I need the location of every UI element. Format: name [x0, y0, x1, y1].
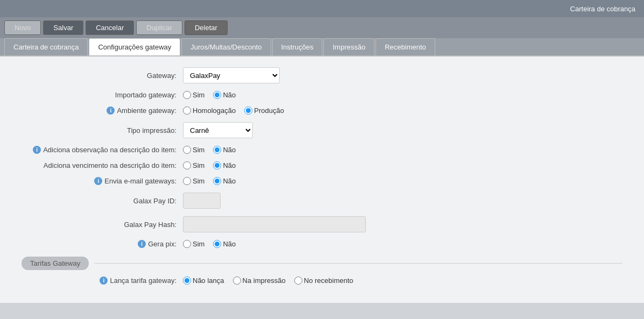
duplicar-button[interactable]: Duplicar: [136, 20, 182, 35]
ambiente-info-icon[interactable]: i: [107, 107, 115, 115]
adiciona-venc-nao-option: Não: [213, 161, 236, 169]
deletar-button[interactable]: Deletar: [185, 20, 228, 35]
galax-id-row: Galax Pay ID:: [22, 193, 622, 209]
novo-button[interactable]: Novo: [4, 20, 41, 35]
gera-pix-row: i Gera pix: Sim Não: [22, 240, 622, 248]
adiciona-obs-label: i Adiciona observação na descrição do it…: [22, 146, 183, 154]
ambiente-homologacao-label[interactable]: Homologação: [193, 107, 236, 115]
envia-email-nao-option: Não: [213, 177, 236, 185]
adiciona-venc-sim-radio[interactable]: [183, 161, 191, 169]
importado-nao-label[interactable]: Não: [223, 91, 236, 99]
gateway-select[interactable]: GalaxPay: [183, 67, 280, 83]
galax-hash-control: [183, 216, 366, 232]
nao-lanca-option: Não lança: [183, 277, 224, 285]
na-impressao-label[interactable]: Na impressão: [243, 277, 286, 285]
ambiente-homologacao-option: Homologação: [183, 107, 236, 115]
salvar-button[interactable]: Salvar: [43, 20, 83, 35]
envia-email-control: Sim Não: [183, 177, 238, 185]
tab-instrucoes[interactable]: Instruções: [272, 38, 323, 55]
tipo-impressao-row: Tipo impressão: Carnê: [22, 122, 622, 138]
lanca-tarifa-row: i Lança tarifa gateway: Não lança Na imp…: [22, 277, 622, 285]
gateway-label: Gateway:: [22, 72, 183, 80]
envia-email-row: i Envia e-mail gateways: Sim Não: [22, 177, 622, 185]
adiciona-obs-nao-option: Não: [213, 146, 236, 154]
importado-sim-option: Sim: [183, 91, 204, 99]
galax-id-control: [183, 193, 221, 209]
importado-control: Sim Não: [183, 91, 238, 99]
adiciona-venc-sim-label[interactable]: Sim: [193, 161, 204, 169]
importado-nao-option: Não: [213, 91, 236, 99]
adiciona-obs-sim-radio[interactable]: [183, 146, 191, 154]
top-bar: Carteira de cobrança: [0, 0, 644, 17]
ambiente-producao-option: Produção: [244, 107, 284, 115]
gera-pix-sim-radio[interactable]: [183, 240, 191, 248]
ambiente-producao-radio[interactable]: [244, 107, 252, 115]
adiciona-venc-row: Adiciona vencimento na descrição do item…: [22, 161, 622, 169]
lanca-tarifa-info-icon[interactable]: i: [100, 277, 108, 285]
adiciona-obs-control: Sim Não: [183, 146, 238, 154]
gateway-row: Gateway: GalaxPay: [22, 67, 622, 83]
envia-email-sim-option: Sim: [183, 177, 204, 185]
tab-carteira[interactable]: Carteira de cobrança: [4, 38, 88, 55]
na-impressao-radio[interactable]: [233, 277, 241, 285]
nao-lanca-label[interactable]: Não lança: [193, 277, 224, 285]
adiciona-venc-label: Adiciona vencimento na descrição do item…: [22, 161, 183, 169]
gera-pix-control: Sim Não: [183, 240, 238, 248]
tabs-bar: Carteira de cobrança Configurações gatew…: [0, 38, 644, 56]
lanca-tarifa-label: i Lança tarifa gateway:: [22, 277, 183, 285]
content-area: Gateway: GalaxPay Importado gateway: Sim…: [0, 56, 644, 303]
gera-pix-nao-label[interactable]: Não: [223, 240, 236, 248]
adiciona-obs-row: i Adiciona observação na descrição do it…: [22, 146, 622, 154]
tarifas-section-header: Tarifas Gateway: [22, 257, 622, 270]
adiciona-obs-nao-label[interactable]: Não: [223, 146, 236, 154]
adiciona-venc-control: Sim Não: [183, 161, 238, 169]
importado-nao-radio[interactable]: [213, 91, 221, 99]
galax-hash-label: Galax Pay Hash:: [22, 221, 183, 229]
importado-label: Importado gateway:: [22, 91, 183, 99]
tipo-impressao-label: Tipo impressão:: [22, 126, 183, 134]
envia-email-nao-label[interactable]: Não: [223, 177, 236, 185]
adiciona-obs-nao-radio[interactable]: [213, 146, 221, 154]
gera-pix-sim-option: Sim: [183, 240, 204, 248]
gateway-control: GalaxPay: [183, 67, 280, 83]
envia-email-nao-radio[interactable]: [213, 177, 221, 185]
adiciona-venc-nao-radio[interactable]: [213, 161, 221, 169]
adiciona-obs-info-icon[interactable]: i: [33, 146, 41, 154]
envia-email-label: i Envia e-mail gateways:: [22, 177, 183, 185]
gera-pix-nao-option: Não: [213, 240, 236, 248]
tab-impressao[interactable]: Impressão: [323, 38, 374, 55]
no-recebimento-radio[interactable]: [294, 277, 302, 285]
gera-pix-label: i Gera pix:: [22, 240, 183, 248]
adiciona-venc-nao-label[interactable]: Não: [223, 161, 236, 169]
na-impressao-option: Na impressão: [233, 277, 286, 285]
tab-juros[interactable]: Juros/Multas/Desconto: [181, 38, 271, 55]
adiciona-obs-sim-label[interactable]: Sim: [193, 146, 204, 154]
gera-pix-info-icon[interactable]: i: [138, 240, 146, 248]
no-recebimento-label[interactable]: No recebimento: [304, 277, 353, 285]
ambiente-label: i Ambiente gateway:: [22, 107, 183, 115]
galax-id-label: Galax Pay ID:: [22, 197, 183, 205]
importado-sim-radio[interactable]: [183, 91, 191, 99]
top-bar-title: Carteira de cobrança: [570, 5, 635, 13]
envia-email-sim-label[interactable]: Sim: [193, 177, 204, 185]
toolbar: Novo Salvar Cancelar Duplicar Deletar: [0, 17, 644, 38]
galax-id-input[interactable]: [183, 193, 221, 209]
envia-email-info-icon[interactable]: i: [94, 177, 102, 185]
tab-configuracoes[interactable]: Configurações gateway: [89, 38, 180, 55]
gera-pix-sim-label[interactable]: Sim: [193, 240, 204, 248]
adiciona-obs-sim-option: Sim: [183, 146, 204, 154]
importado-sim-label[interactable]: Sim: [193, 91, 204, 99]
galax-hash-input[interactable]: [183, 216, 366, 232]
tipo-impressao-control: Carnê: [183, 122, 253, 138]
importado-row: Importado gateway: Sim Não: [22, 91, 622, 99]
gera-pix-nao-radio[interactable]: [213, 240, 221, 248]
tipo-impressao-select[interactable]: Carnê: [183, 122, 253, 138]
ambiente-producao-label[interactable]: Produção: [254, 107, 284, 115]
envia-email-sim-radio[interactable]: [183, 177, 191, 185]
ambiente-row: i Ambiente gateway: Homologação Produção: [22, 107, 622, 115]
nao-lanca-radio[interactable]: [183, 277, 191, 285]
tab-recebimento[interactable]: Recebimento: [376, 38, 435, 55]
cancelar-button[interactable]: Cancelar: [86, 20, 134, 35]
galax-hash-row: Galax Pay Hash:: [22, 216, 622, 232]
ambiente-homologacao-radio[interactable]: [183, 107, 191, 115]
